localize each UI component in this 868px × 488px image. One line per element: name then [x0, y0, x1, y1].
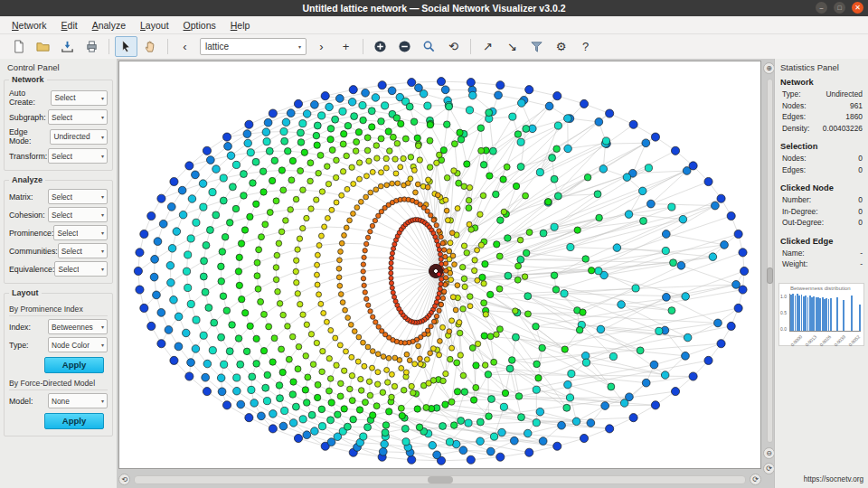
- minimize-button-icon[interactable]: –: [816, 2, 827, 14]
- prominence-dropdown[interactable]: Select▾: [53, 225, 108, 240]
- histogram-bar: [836, 297, 838, 331]
- chevron-down-icon: ▾: [101, 134, 104, 140]
- stats-group-clicked-node: Clicked NodeNumber:0In-Degree:0Out-Degre…: [780, 183, 863, 229]
- stats-value: 961: [850, 100, 863, 112]
- field-communities: Communities:Select▾: [9, 243, 108, 258]
- app-window: Untitled lattice network — Social Networ…: [0, 0, 868, 488]
- cohesion-dropdown[interactable]: Select▾: [48, 207, 108, 222]
- field-label: Auto Create:: [9, 89, 51, 107]
- field-matrix: Matrix:Select▾: [9, 189, 108, 204]
- stats-value: 1860: [845, 111, 863, 123]
- canvas-bottom-controls: ⟲ ⟳: [118, 473, 761, 486]
- stats-row-edges: Edges:1860: [780, 111, 863, 123]
- stats-row-edges: Edges:0: [780, 164, 863, 176]
- rotate-view-icon[interactable]: ⟲: [442, 36, 465, 57]
- menu-edit[interactable]: Edit: [54, 18, 85, 33]
- canvas-area: ⟲ ⟳: [117, 59, 763, 488]
- zoom-in-icon[interactable]: [369, 36, 392, 57]
- find-node-icon[interactable]: [418, 36, 440, 57]
- maximize-button-icon[interactable]: □: [834, 2, 845, 14]
- stats-label: In-Degree:: [782, 206, 818, 218]
- group-network: NetworkAuto Create:Select▾Subgraph:Selec…: [4, 80, 113, 171]
- edge-mode-dropdown-value: Undirected: [53, 132, 90, 141]
- subsection-by-prominence-index: By Prominence Index: [9, 305, 108, 316]
- stats-label: Edges:: [782, 111, 806, 123]
- chevron-down-icon: ▾: [101, 398, 104, 404]
- equivalence-dropdown[interactable]: Select▾: [54, 261, 108, 277]
- relation-combobox[interactable]: lattice▾: [200, 38, 307, 55]
- edit-node-icon[interactable]: ↗: [476, 36, 499, 57]
- chevron-down-icon: ▾: [101, 230, 104, 236]
- filter-icon[interactable]: [525, 36, 548, 57]
- x-tick-label: 0.0000: [789, 333, 803, 347]
- menu-analyze[interactable]: Analyze: [85, 18, 133, 33]
- apply-by-force-directed-model-button[interactable]: Apply: [44, 413, 104, 429]
- equivalence-dropdown-value: Select: [58, 265, 79, 274]
- pointer-tool-icon[interactable]: [115, 36, 137, 57]
- transform-dropdown[interactable]: Select▾: [48, 148, 108, 164]
- print-icon[interactable]: [80, 36, 103, 57]
- edit-edge-icon[interactable]: ↘: [501, 36, 524, 57]
- menu-layout[interactable]: Layout: [133, 18, 176, 33]
- control-panel-title: Control Panel: [0, 59, 117, 76]
- next-relation-icon[interactable]: ›: [310, 36, 333, 57]
- control-panel-groups: NetworkAuto Create:Select▾Subgraph:Selec…: [0, 80, 117, 436]
- stats-row-density: Density:0.00403226: [780, 123, 863, 135]
- chevron-down-icon: ▾: [101, 114, 104, 120]
- menu-help[interactable]: Help: [223, 18, 258, 33]
- matrix-dropdown-value: Select: [52, 192, 72, 202]
- field-label: Type:: [9, 341, 29, 350]
- add-relation-icon[interactable]: +: [335, 36, 357, 57]
- subgraph-dropdown[interactable]: Select▾: [48, 109, 108, 125]
- field-subgraph: Subgraph:Select▾: [9, 109, 108, 125]
- field-transform: Transform:Select▾: [9, 148, 108, 164]
- stats-value: 0.00403226: [823, 123, 863, 135]
- transform-dropdown-value: Select: [52, 152, 72, 161]
- y-tick-label: 0.0: [780, 326, 787, 332]
- index-dropdown[interactable]: Betweenness Cen▾: [48, 319, 108, 334]
- group-layout: LayoutBy Prominence IndexIndex:Betweenne…: [4, 293, 113, 436]
- matrix-dropdown[interactable]: Select▾: [48, 189, 108, 204]
- chevron-down-icon: ▾: [101, 153, 104, 159]
- context-help-icon[interactable]: ?: [574, 36, 597, 57]
- rotate-left-icon[interactable]: ⟲: [118, 474, 130, 485]
- chevron-down-icon: ▾: [298, 43, 301, 50]
- model-dropdown[interactable]: None▾: [48, 393, 108, 408]
- previous-relation-icon[interactable]: ‹: [174, 36, 196, 57]
- horizontal-scrollbar-handle[interactable]: [428, 476, 453, 483]
- subsection-by-force-directed-model: By Force-Directed Model: [9, 379, 108, 390]
- x-tick-label: 0.0013: [804, 333, 817, 347]
- type-dropdown[interactable]: Node Color▾: [48, 337, 108, 352]
- rotate-right-icon[interactable]: ⟳: [750, 474, 761, 485]
- horizontal-scrollbar[interactable]: [134, 475, 746, 484]
- histogram-bar: [851, 296, 853, 331]
- chart-title: Betweenness distribution: [790, 286, 851, 291]
- apply-by-prominence-index-button[interactable]: Apply: [44, 357, 104, 373]
- new-file-icon[interactable]: [7, 36, 30, 57]
- relation-combobox-value: lattice: [205, 42, 229, 52]
- window-title: Untitled lattice network — Social Networ…: [303, 3, 566, 14]
- settings-icon[interactable]: ⚙: [550, 36, 572, 57]
- statistics-panel: Statistics Panel NetworkType:UndirectedN…: [774, 59, 868, 488]
- edge-mode-dropdown[interactable]: Undirected▾: [50, 129, 108, 145]
- close-button-icon[interactable]: ✕: [852, 2, 863, 14]
- zoom-out-icon[interactable]: [393, 36, 416, 57]
- graph-canvas[interactable]: [118, 61, 761, 469]
- vertical-zoom-handle[interactable]: [767, 267, 773, 284]
- toolbar-separator: [108, 39, 109, 54]
- communities-dropdown[interactable]: Select▾: [58, 243, 108, 258]
- pan-tool-icon[interactable]: [139, 36, 162, 57]
- menu-network[interactable]: Network: [5, 18, 54, 33]
- field-label: Transform:: [9, 152, 47, 161]
- menu-options[interactable]: Options: [176, 18, 223, 33]
- open-file-icon[interactable]: [32, 36, 54, 57]
- website-link[interactable]: https://socnetv.org: [804, 475, 863, 483]
- network-graph[interactable]: [119, 61, 760, 468]
- index-dropdown-value: Betweenness Cen: [52, 323, 93, 332]
- stats-label: Edges:: [782, 164, 806, 176]
- auto-create-dropdown[interactable]: Select▾: [51, 90, 108, 106]
- chevron-down-icon: ▾: [101, 248, 104, 254]
- group-title: Network: [9, 75, 47, 84]
- vertical-zoom-slider[interactable]: [767, 79, 773, 443]
- save-file-icon[interactable]: [56, 36, 79, 57]
